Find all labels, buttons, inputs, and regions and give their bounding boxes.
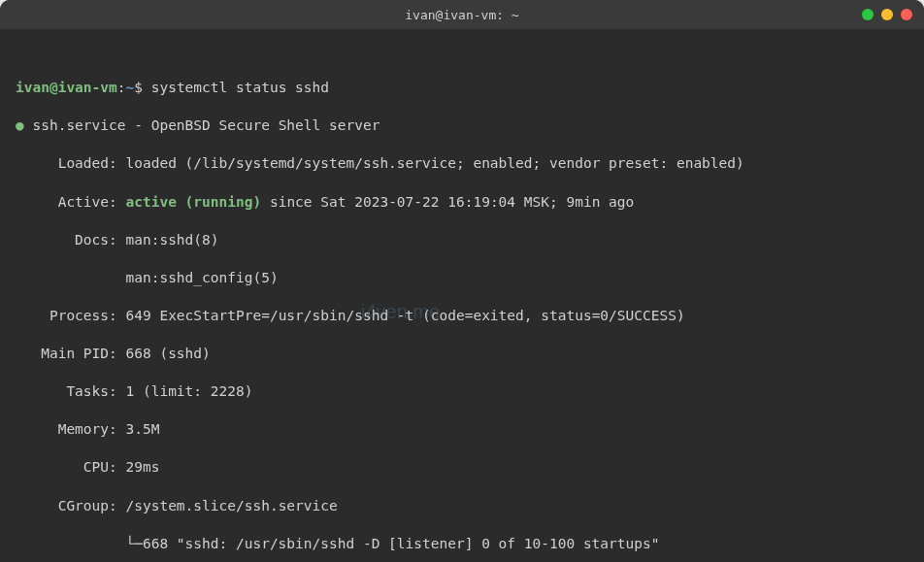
memory-label: Memory: (16, 421, 117, 437)
cgroup-tree: └─668 "sshd: /usr/sbin/sshd -D [listener… (16, 536, 659, 551)
cgroup-label: CGroup: (16, 498, 117, 513)
memory-value: 3.5M (117, 421, 160, 437)
prompt-path: ~ (126, 80, 135, 95)
window-title: ivan@ivan-vm: ~ (405, 8, 518, 22)
prompt-user: ivan@ivan-vm (16, 80, 117, 95)
process-label: Process: (16, 308, 117, 323)
window-controls (862, 9, 912, 20)
terminal-body[interactable]: i4ven.me ivan@ivan-vm:~$ systemctl statu… (0, 29, 924, 562)
process-value: 649 ExecStartPre=/usr/sbin/sshd -t (code… (117, 308, 685, 323)
status-dot-icon: ● (16, 117, 24, 133)
service-name: ssh.service - OpenBSD Secure Shell serve… (32, 117, 380, 133)
maximize-button[interactable] (881, 9, 893, 20)
loaded-value: loaded (/lib/systemd/system/ssh.service;… (117, 155, 744, 171)
cpu-label: CPU: (16, 459, 117, 475)
active-since: since Sat 2023-07-22 16:19:04 MSK; 9min … (261, 194, 634, 210)
active-label: Active: (16, 194, 126, 210)
docs-2: man:sshd_config(5) (16, 270, 279, 285)
tasks-label: Tasks: (16, 383, 117, 399)
minimize-button[interactable] (862, 9, 874, 20)
cgroup-value: /system.slice/ssh.service (117, 498, 338, 513)
docs-1: man:sshd(8) (117, 232, 219, 248)
cpu-value: 29ms (117, 459, 160, 475)
tasks-value: 1 (limit: 2228) (117, 383, 253, 399)
terminal-window: ivan@ivan-vm: ~ i4ven.me ivan@ivan-vm:~$… (0, 0, 924, 562)
mainpid-value: 668 (sshd) (117, 346, 211, 361)
title-bar: ivan@ivan-vm: ~ (0, 0, 924, 29)
active-status: active (running) (126, 194, 262, 210)
loaded-label: Loaded: (16, 155, 117, 171)
command-1: systemctl status sshd (151, 80, 329, 95)
close-button[interactable] (901, 9, 912, 20)
mainpid-label: Main PID: (16, 346, 117, 361)
docs-label: Docs: (16, 232, 117, 248)
